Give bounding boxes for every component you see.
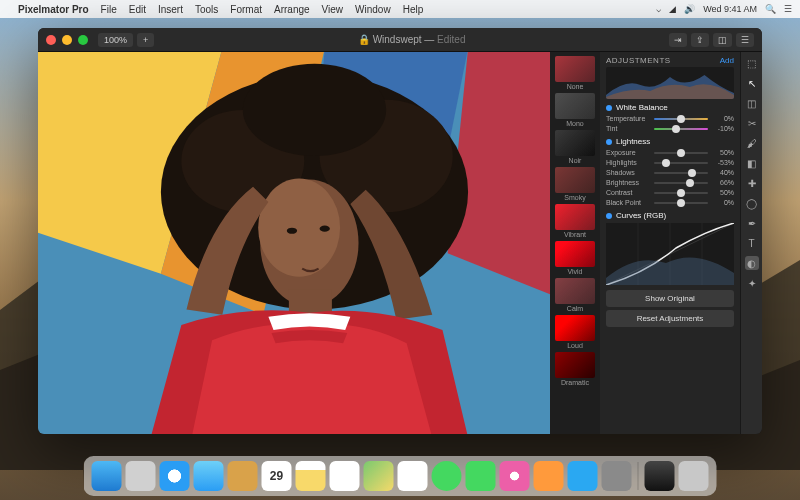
canvas-image	[38, 52, 550, 434]
show-original-button[interactable]: Show Original	[606, 290, 734, 307]
macos-menubar: Pixelmator Pro File Edit Insert Tools Fo…	[0, 0, 800, 18]
app-window: 100% + 🔒 Windswept — Edited ⇥ ⇪ ◫ ☰	[38, 28, 762, 434]
menu-insert[interactable]: Insert	[158, 4, 183, 15]
dock-notes-icon[interactable]	[296, 461, 326, 491]
menu-format[interactable]: Format	[230, 4, 262, 15]
add-button[interactable]: +	[137, 33, 154, 47]
presets-panel: None Mono Noir Smoky Vibrant Vivid Calm …	[550, 52, 600, 434]
minimize-button[interactable]	[62, 35, 72, 45]
preset-vivid[interactable]: Vivid	[553, 241, 597, 275]
wifi-icon[interactable]: ◢	[669, 4, 676, 14]
shadows-slider[interactable]: Shadows40%	[606, 169, 734, 176]
curves-section: Curves (RGB)	[606, 211, 734, 285]
type-tool-icon[interactable]: T	[745, 236, 759, 250]
preset-none[interactable]: None	[553, 56, 597, 90]
share-button[interactable]: ⇪	[691, 33, 709, 47]
menu-file[interactable]: File	[101, 4, 117, 15]
reset-adjustments-button[interactable]: Reset Adjustments	[606, 310, 734, 327]
menu-help[interactable]: Help	[403, 4, 424, 15]
exposure-slider[interactable]: Exposure50%	[606, 149, 734, 156]
dock-launchpad-icon[interactable]	[126, 461, 156, 491]
color-adjust-tool-icon[interactable]: ◐	[745, 256, 759, 270]
tint-slider[interactable]: Tint -10%	[606, 125, 734, 132]
white-balance-section: White Balance Temperature 0% Tint -10%	[606, 103, 734, 132]
spotlight-icon[interactable]: 🔍	[765, 4, 776, 14]
document-status: Edited	[437, 34, 465, 45]
white-balance-title: White Balance	[616, 103, 668, 112]
dock-photos-icon[interactable]	[398, 461, 428, 491]
repair-tool-icon[interactable]: ✚	[745, 176, 759, 190]
preset-loud[interactable]: Loud	[553, 315, 597, 349]
lightness-section: Lightness Exposure50% Highlights-53% Sha…	[606, 137, 734, 206]
volume-icon[interactable]: 🔊	[684, 4, 695, 14]
histogram	[606, 67, 734, 99]
menu-view[interactable]: View	[322, 4, 344, 15]
dock-messages-icon[interactable]	[432, 461, 462, 491]
clock[interactable]: Wed 9:41 AM	[703, 4, 757, 14]
dock-separator	[638, 462, 639, 490]
preset-noir[interactable]: Noir	[553, 130, 597, 164]
dock-facetime-icon[interactable]	[466, 461, 496, 491]
titlebar: 100% + 🔒 Windswept — Edited ⇥ ⇪ ◫ ☰	[38, 28, 762, 52]
dock-finder-icon[interactable]	[92, 461, 122, 491]
preset-mono[interactable]: Mono	[553, 93, 597, 127]
curves-graph[interactable]	[606, 223, 734, 285]
svg-point-13	[320, 226, 330, 232]
crop-tool-icon[interactable]: ✂	[745, 116, 759, 130]
dock-contacts-icon[interactable]	[228, 461, 258, 491]
notification-center-icon[interactable]: ☰	[784, 4, 792, 14]
pen-tool-icon[interactable]: ✒	[745, 216, 759, 230]
adjustments-panel: ADJUSTMENTS Add White Balance Temperatur…	[600, 52, 740, 434]
dock-trash-icon[interactable]	[679, 461, 709, 491]
preset-dramatic[interactable]: Dramatic	[553, 352, 597, 386]
menu-window[interactable]: Window	[355, 4, 391, 15]
curves-title: Curves (RGB)	[616, 211, 666, 220]
maximize-button[interactable]	[78, 35, 88, 45]
effects-tool-icon[interactable]: ✦	[745, 276, 759, 290]
preset-smoky[interactable]: Smoky	[553, 167, 597, 201]
arrange-tool-icon[interactable]: ⬚	[745, 56, 759, 70]
layers-button[interactable]: ◫	[713, 33, 732, 47]
dock-preferences-icon[interactable]	[602, 461, 632, 491]
preset-vibrant[interactable]: Vibrant	[553, 204, 597, 238]
svg-point-12	[287, 228, 297, 234]
blackpoint-slider[interactable]: Black Point0%	[606, 199, 734, 206]
menu-edit[interactable]: Edit	[129, 4, 146, 15]
temperature-slider[interactable]: Temperature 0%	[606, 115, 734, 122]
dock-safari-icon[interactable]	[160, 461, 190, 491]
move-tool-icon[interactable]: ↖	[745, 76, 759, 90]
dock-maps-icon[interactable]	[364, 461, 394, 491]
highlights-slider[interactable]: Highlights-53%	[606, 159, 734, 166]
close-button[interactable]	[46, 35, 56, 45]
dock-pixelmator-icon[interactable]	[645, 461, 675, 491]
export-button[interactable]: ⇥	[669, 33, 687, 47]
dock-ibooks-icon[interactable]	[534, 461, 564, 491]
traffic-lights	[46, 35, 88, 45]
section-toggle-icon[interactable]	[606, 213, 612, 219]
menu-arrange[interactable]: Arrange	[274, 4, 310, 15]
canvas[interactable]	[38, 52, 550, 434]
sidebar-button[interactable]: ☰	[736, 33, 754, 47]
app-name[interactable]: Pixelmator Pro	[18, 4, 89, 15]
selection-tool-icon[interactable]: ◫	[745, 96, 759, 110]
contrast-slider[interactable]: Contrast50%	[606, 189, 734, 196]
dock-mail-icon[interactable]	[194, 461, 224, 491]
tools-panel: ⬚ ↖ ◫ ✂ 🖌 ◧ ✚ ◯ ✒ T ◐ ✦	[740, 52, 762, 434]
dock-appstore-icon[interactable]	[568, 461, 598, 491]
paint-tool-icon[interactable]: 🖌	[745, 136, 759, 150]
menu-tools[interactable]: Tools	[195, 4, 218, 15]
bluetooth-icon[interactable]: ⌵	[656, 4, 661, 14]
preset-calm[interactable]: Calm	[553, 278, 597, 312]
section-toggle-icon[interactable]	[606, 105, 612, 111]
dock-itunes-icon[interactable]	[500, 461, 530, 491]
dock-calendar-icon[interactable]: 29	[262, 461, 292, 491]
adjustments-header: ADJUSTMENTS	[606, 56, 671, 65]
zoom-level[interactable]: 100%	[98, 33, 133, 47]
add-adjustment-button[interactable]: Add	[720, 56, 734, 65]
brightness-slider[interactable]: Brightness66%	[606, 179, 734, 186]
erase-tool-icon[interactable]: ◧	[745, 156, 759, 170]
dock-reminders-icon[interactable]	[330, 461, 360, 491]
lightness-title: Lightness	[616, 137, 650, 146]
section-toggle-icon[interactable]	[606, 139, 612, 145]
shape-tool-icon[interactable]: ◯	[745, 196, 759, 210]
